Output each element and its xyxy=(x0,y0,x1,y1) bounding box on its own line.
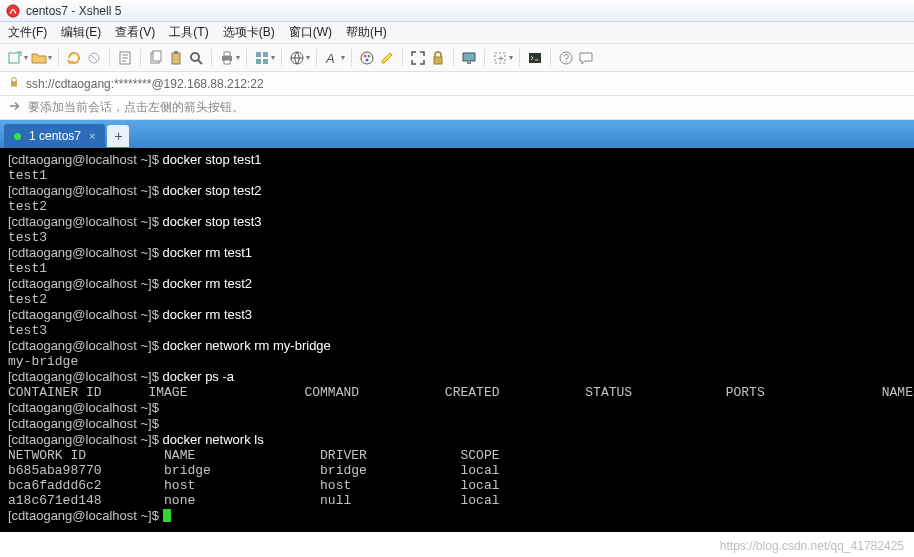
menubar: 文件(F) 编辑(E) 查看(V) 工具(T) 选项卡(B) 窗口(W) 帮助(… xyxy=(0,22,914,44)
window-title: centos7 - Xshell 5 xyxy=(26,4,121,18)
svg-point-20 xyxy=(368,54,371,57)
svg-rect-30 xyxy=(11,81,17,86)
open-icon[interactable] xyxy=(30,49,48,67)
highlight-icon[interactable] xyxy=(378,49,396,67)
tab-centos7[interactable]: 1 centos7 × xyxy=(4,124,105,148)
svg-rect-11 xyxy=(224,60,230,64)
svg-point-19 xyxy=(364,54,367,57)
app-logo-icon xyxy=(6,4,20,18)
tab-close-icon[interactable]: × xyxy=(89,130,95,142)
svg-text:+: + xyxy=(498,53,504,64)
svg-rect-23 xyxy=(463,53,475,61)
svg-rect-1 xyxy=(9,53,19,63)
disconnect-icon[interactable] xyxy=(85,49,103,67)
svg-rect-6 xyxy=(172,53,180,64)
svg-rect-15 xyxy=(263,59,268,64)
svg-rect-27 xyxy=(529,53,541,63)
ssh-lock-icon xyxy=(8,76,20,91)
svg-rect-13 xyxy=(263,52,268,57)
lock-icon[interactable] xyxy=(429,49,447,67)
window-titlebar: centos7 - Xshell 5 xyxy=(0,0,914,22)
tabstrip: 1 centos7 × + xyxy=(0,120,914,148)
svg-point-18 xyxy=(361,52,373,64)
status-dot-icon xyxy=(14,133,21,140)
font-icon[interactable]: A xyxy=(323,49,341,67)
menu-tabs[interactable]: 选项卡(B) xyxy=(223,24,275,41)
help-icon[interactable]: ? xyxy=(557,49,575,67)
color-icon[interactable] xyxy=(358,49,376,67)
paste-icon[interactable] xyxy=(167,49,185,67)
menu-edit[interactable]: 编辑(E) xyxy=(61,24,101,41)
svg-point-8 xyxy=(191,53,199,61)
svg-rect-7 xyxy=(174,51,178,54)
svg-rect-24 xyxy=(467,62,471,64)
watermark: https://blog.csdn.net/qq_41782425 xyxy=(720,539,904,553)
properties-icon[interactable] xyxy=(116,49,134,67)
svg-point-0 xyxy=(7,4,19,16)
svg-rect-12 xyxy=(256,52,261,57)
feedback-icon[interactable] xyxy=(577,49,595,67)
svg-rect-14 xyxy=(256,59,261,64)
layout-icon[interactable] xyxy=(253,49,271,67)
menu-window[interactable]: 窗口(W) xyxy=(289,24,332,41)
arrow-icon[interactable] xyxy=(8,99,22,116)
reconnect-icon[interactable] xyxy=(65,49,83,67)
menu-file[interactable]: 文件(F) xyxy=(8,24,47,41)
hint-text: 要添加当前会话，点击左侧的箭头按钮。 xyxy=(28,99,244,116)
fullscreen-icon[interactable] xyxy=(409,49,427,67)
addon-icon[interactable]: + xyxy=(491,49,509,67)
print-icon[interactable] xyxy=(218,49,236,67)
hintbar: 要添加当前会话，点击左侧的箭头按钮。 xyxy=(0,96,914,120)
svg-text:A: A xyxy=(325,51,335,66)
address-text[interactable]: ssh://cdtaogang:********@192.168.88.212:… xyxy=(26,77,264,91)
add-tab-button[interactable]: + xyxy=(107,125,129,147)
svg-rect-22 xyxy=(434,57,442,64)
terminal-icon[interactable] xyxy=(526,49,544,67)
encoding-icon[interactable] xyxy=(288,49,306,67)
find-icon[interactable] xyxy=(187,49,205,67)
menu-view[interactable]: 查看(V) xyxy=(115,24,155,41)
addressbar: ssh://cdtaogang:********@192.168.88.212:… xyxy=(0,72,914,96)
svg-point-21 xyxy=(366,58,369,61)
svg-rect-10 xyxy=(224,52,230,56)
svg-rect-5 xyxy=(153,51,161,61)
toolbar: ▾ ▾ ▾ ▾ ▾ A▾ +▾ ? xyxy=(0,44,914,72)
tab-label: 1 centos7 xyxy=(29,129,81,143)
menu-tools[interactable]: 工具(T) xyxy=(169,24,208,41)
new-session-icon[interactable] xyxy=(6,49,24,67)
terminal-output[interactable]: [cdtaogang@localhost ~]$ docker stop tes… xyxy=(0,148,914,532)
copy-icon[interactable] xyxy=(147,49,165,67)
menu-help[interactable]: 帮助(H) xyxy=(346,24,387,41)
svg-text:?: ? xyxy=(564,53,570,64)
screen-icon[interactable] xyxy=(460,49,478,67)
